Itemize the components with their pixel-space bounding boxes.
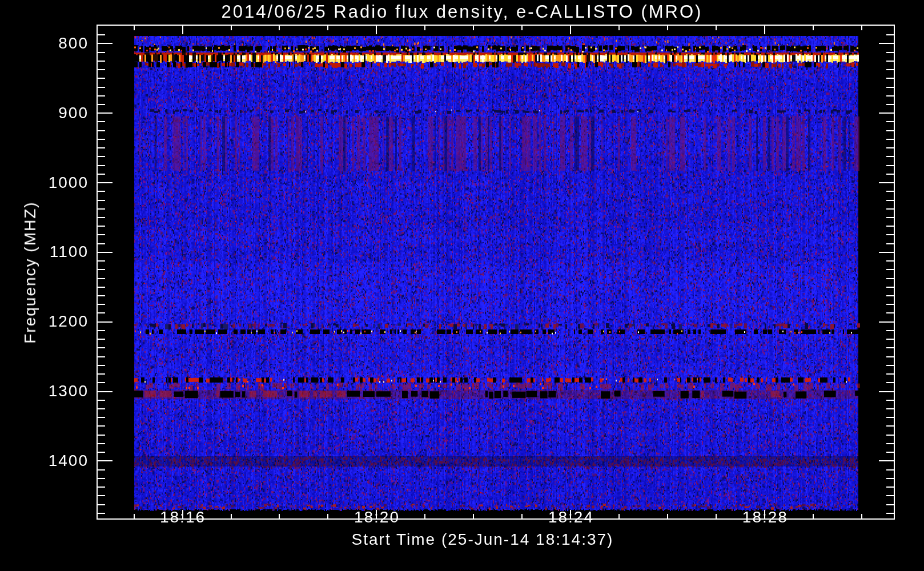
x-tick-label: 18:20 (331, 508, 423, 526)
y-tick-label: 1000 (0, 174, 89, 193)
spectrogram-canvas (0, 0, 924, 571)
y-tick-label: 1300 (0, 382, 89, 401)
y-tick-label: 900 (0, 104, 89, 123)
y-tick-label: 1100 (0, 243, 89, 262)
plot-title: 2014/06/25 Radio flux density, e-CALLIST… (0, 2, 924, 22)
x-axis-label: Start Time (25-Jun-14 18:14:37) (0, 530, 924, 549)
y-tick-label: 800 (0, 34, 89, 54)
y-tick-label: 1400 (0, 452, 89, 471)
x-tick-label: 18:28 (720, 508, 811, 526)
x-tick-label: 18:24 (525, 508, 617, 526)
spectrogram-plot: 2014/06/25 Radio flux density, e-CALLIST… (0, 0, 924, 571)
y-tick-label: 1200 (0, 312, 89, 332)
x-tick-label: 18:16 (137, 508, 228, 526)
